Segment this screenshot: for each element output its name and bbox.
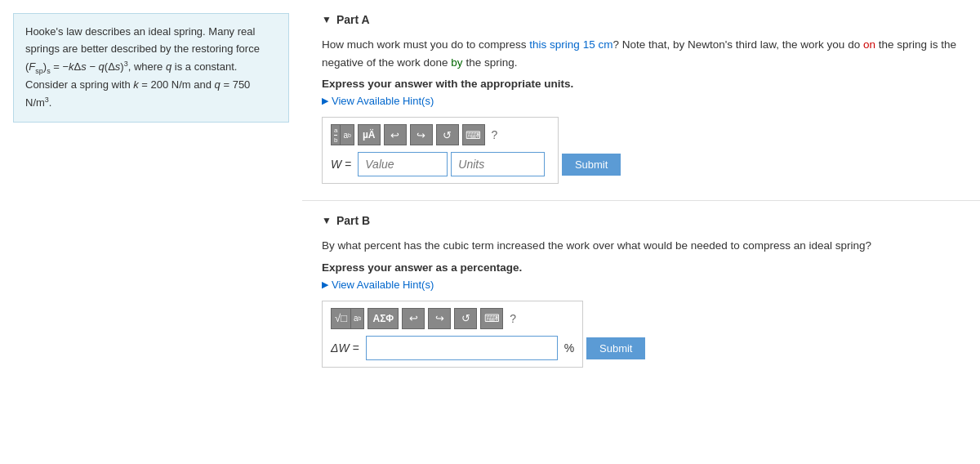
part-b-submit-button[interactable]: Submit xyxy=(586,337,645,359)
keyboard-button[interactable]: ⌨ xyxy=(462,124,485,145)
part-b-hint-text: View Available Hint(s) xyxy=(332,279,434,291)
part-a-submit-button[interactable]: Submit xyxy=(562,154,621,176)
redo-button-b[interactable]: ↪ xyxy=(428,308,451,329)
part-a-value-input[interactable] xyxy=(358,152,448,176)
part-a-hint-arrow: ▶ xyxy=(322,96,328,106)
aso-button[interactable]: ΑΣΦ xyxy=(368,308,399,329)
help-button-b[interactable]: ? xyxy=(510,312,516,325)
redo-button[interactable]: ↪ xyxy=(410,124,433,145)
part-a-header: ▼ Part A xyxy=(322,13,960,26)
part-a-arrow[interactable]: ▼ xyxy=(322,14,332,25)
part-b-hint-arrow: ▶ xyxy=(322,279,328,290)
sidebar: Hooke's law describes an ideal spring. M… xyxy=(0,0,302,464)
part-b-input-row: ΔW = % xyxy=(331,336,574,360)
part-b-hint[interactable]: ▶ View Available Hint(s) xyxy=(322,279,960,291)
part-b-input-label: ΔW = xyxy=(331,341,359,355)
part-b-toolbar: √□ ab ΑΣΦ ↩ ↪ ↺ ⌨ ? xyxy=(331,308,574,329)
part-a-hint-text: View Available Hint(s) xyxy=(332,95,434,107)
fraction-icon: a b xyxy=(332,125,340,145)
part-a-question: How much work must you do to compress th… xyxy=(322,36,960,71)
part-a-toolbar: a b ab µÄ ↩ ↪ ↺ ⌨ ? xyxy=(331,124,550,145)
refresh-button[interactable]: ↺ xyxy=(436,124,459,145)
superscript-icon: ab xyxy=(351,309,363,328)
sqrt-icon: √□ xyxy=(332,309,350,328)
part-b-question: By what percent has the cubic term incre… xyxy=(322,237,960,255)
part-a-express: Express your answer with the appropriate… xyxy=(322,78,960,90)
undo-button-b[interactable]: ↩ xyxy=(402,308,425,329)
part-b-answer-box: √□ ab ΑΣΦ ↩ ↪ ↺ ⌨ ? ΔW = % xyxy=(322,301,583,368)
part-a-input-row: W = xyxy=(331,152,550,176)
keyboard-button-b[interactable]: ⌨ xyxy=(480,308,503,329)
undo-button[interactable]: ↩ xyxy=(384,124,407,145)
part-a-section: ▼ Part A How much work must you do to co… xyxy=(302,0,980,201)
part-b-header: ▼ Part B xyxy=(322,214,960,227)
sidebar-text: Hooke's law describes an ideal spring. M… xyxy=(25,25,260,109)
part-b-value-input[interactable] xyxy=(366,336,558,360)
help-button[interactable]: ? xyxy=(492,128,498,141)
part-a-units-input[interactable] xyxy=(451,152,545,176)
part-b-label: Part B xyxy=(336,214,370,227)
percent-label: % xyxy=(564,341,574,355)
part-a-input-label: W = xyxy=(331,158,351,171)
subscript-icon: ab xyxy=(341,125,353,145)
main-content: ▼ Part A How much work must you do to co… xyxy=(302,0,980,464)
part-b-arrow[interactable]: ▼ xyxy=(322,215,332,226)
part-a-label: Part A xyxy=(336,13,370,26)
part-a-answer-box: a b ab µÄ ↩ ↪ ↺ ⌨ ? W = xyxy=(322,117,559,184)
sqrt-button[interactable]: √□ ab xyxy=(331,308,364,329)
sidebar-box: Hooke's law describes an ideal spring. M… xyxy=(13,13,289,123)
part-b-section: ▼ Part B By what percent has the cubic t… xyxy=(302,201,980,384)
part-a-hint[interactable]: ▶ View Available Hint(s) xyxy=(322,95,960,107)
fraction-button[interactable]: a b ab xyxy=(331,124,354,145)
refresh-button-b[interactable]: ↺ xyxy=(454,308,477,329)
mu-a-button[interactable]: µÄ xyxy=(358,124,381,145)
part-b-express: Express your answer as a percentage. xyxy=(322,261,960,274)
